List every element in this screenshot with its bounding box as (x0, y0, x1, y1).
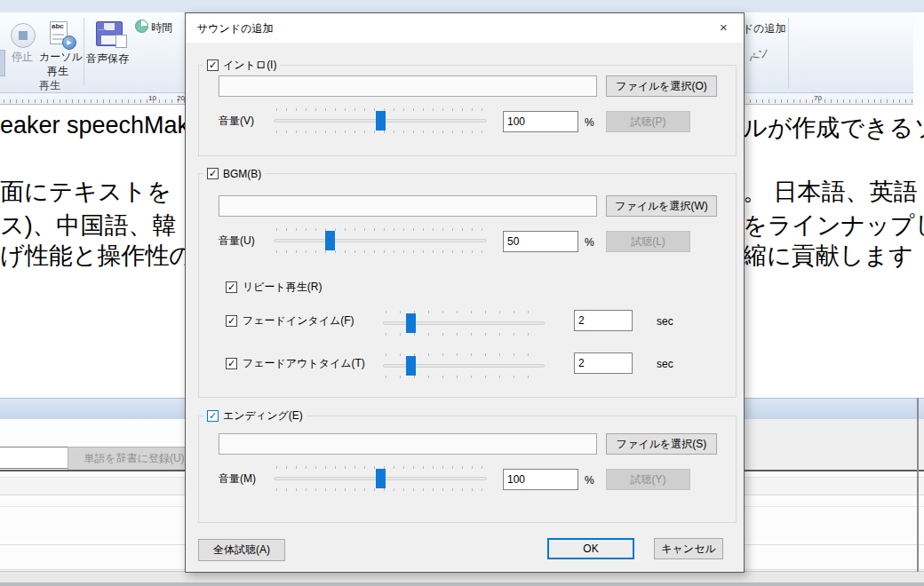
doc-text: 縮に貢献します (743, 240, 913, 272)
stop-button[interactable]: 停止 (12, 50, 33, 65)
repeat-label: リピート再生(R) (243, 280, 323, 295)
check-icon: ✓ (227, 282, 235, 292)
ending-volume-slider[interactable] (274, 463, 487, 494)
doc-text: 。 日本語、英語 (743, 176, 918, 208)
fade-in-label: フェードインタイム(F) (243, 313, 354, 329)
time-button[interactable]: 時間 (151, 20, 172, 36)
cursor-play-icon: abc ▶ (50, 21, 76, 50)
slider-thumb[interactable] (406, 356, 416, 376)
ribbon-separator (84, 18, 84, 85)
bgm-volume-input[interactable] (503, 231, 578, 252)
intro-checkbox[interactable]: ✓ (207, 59, 219, 71)
check-icon: ✓ (209, 411, 217, 421)
ok-button[interactable]: OK (547, 538, 634, 559)
intro-volume-slider[interactable] (274, 106, 487, 136)
ending-preview-button: 試聴(Y) (606, 469, 690, 490)
window-right-margin (913, 12, 924, 105)
intro-preview-button: 試聴(P) (606, 111, 690, 132)
ending-select-file-button[interactable]: ファイルを選択(S) (606, 433, 717, 455)
bgm-select-file-button[interactable]: ファイルを選択(W) (606, 195, 717, 217)
ending-volume-input[interactable] (503, 469, 578, 490)
window-bottom-edge (0, 582, 924, 586)
pen-label-fragment: ペン (745, 44, 772, 67)
ending-percent-label: % (585, 474, 594, 487)
ending-label: エンディング(E) (223, 408, 303, 424)
clipped-ribbon-text: ドの追加 (743, 21, 786, 36)
doc-text: eaker speechMak (0, 112, 189, 139)
register-word-button[interactable]: 単語を辞書に登録(U) (68, 447, 201, 471)
ending-volume-label: 音量(M) (219, 471, 256, 487)
ruler-mark: 70 (814, 94, 822, 102)
save-audio-button[interactable]: 音声保存 (86, 51, 129, 67)
bgm-percent-label: % (585, 236, 594, 249)
fade-out-input[interactable] (574, 352, 633, 374)
bgm-checkbox[interactable]: ✓ (207, 168, 219, 179)
fade-out-label: フェードアウトタイム(T) (243, 356, 365, 371)
lower-panel-right (745, 419, 924, 470)
bgm-volume-label: 音量(U) (219, 234, 255, 249)
window-top-strip (0, 0, 924, 12)
intro-percent-label: % (585, 116, 594, 129)
fade-out-checkbox-row[interactable]: ✓ フェードアウトタイム(T) (226, 356, 365, 371)
ribbon-group-label: 再生 (39, 78, 60, 93)
save-audio-icon (96, 21, 123, 46)
check-icon: ✓ (227, 316, 235, 326)
slider-thumb[interactable] (325, 231, 335, 250)
dialog-titlebar[interactable]: サウンドの追加 × (186, 13, 744, 43)
close-icon[interactable]: × (704, 13, 744, 41)
bgm-label: BGM(B) (223, 168, 261, 180)
doc-text: げ性能と操作性の (0, 242, 194, 269)
dialog-title: サウンドの追加 (197, 21, 273, 36)
slider-thumb[interactable] (376, 111, 386, 131)
doc-text: をラインナップし (743, 210, 924, 242)
ending-file-input[interactable] (219, 433, 597, 455)
intro-select-file-button[interactable]: ファイルを選択(O) (606, 75, 717, 97)
preview-all-button[interactable]: 全体試聴(A) (198, 539, 285, 561)
fade-out-sec-label: sec (657, 358, 673, 370)
ribbon-separator (788, 18, 789, 89)
check-icon: ✓ (227, 359, 235, 368)
check-icon: ✓ (209, 60, 217, 70)
intro-volume-label: 音量(V) (219, 114, 254, 129)
intro-file-input[interactable] (219, 75, 597, 97)
clipped-ribbon-button (0, 50, 5, 76)
doc-text: 面にテキストを (0, 178, 171, 205)
fade-out-checkbox[interactable]: ✓ (226, 358, 237, 369)
bgm-volume-slider[interactable] (274, 226, 487, 256)
ending-checkbox[interactable]: ✓ (207, 410, 219, 422)
bgm-preview-button: 試聴(L) (606, 231, 690, 252)
slider-thumb[interactable] (376, 469, 386, 488)
doc-text: ルが作成できるソ (743, 112, 924, 144)
fade-out-slider[interactable] (383, 351, 545, 381)
doc-text: ス)、中国語、韓 (0, 212, 177, 239)
window-right-edge (917, 398, 919, 572)
cursor-play-button[interactable]: カーソル (39, 50, 83, 65)
app-window: 停止 abc ▶ カーソル 再生 音声保存 時間 再生 ドの追加 ペン 10 2… (0, 0, 924, 586)
slider-thumb[interactable] (406, 313, 416, 333)
fade-in-checkbox-row[interactable]: ✓ フェードインタイム(F) (226, 313, 354, 329)
stop-icon (11, 23, 36, 48)
bgm-file-input[interactable] (219, 195, 597, 217)
fade-in-input[interactable] (574, 310, 633, 331)
fade-in-sec-label: sec (657, 315, 673, 328)
cursor-play-button-line2[interactable]: 再生 (47, 64, 68, 79)
intro-volume-input[interactable] (503, 111, 578, 132)
check-icon: ✓ (209, 169, 217, 178)
ruler-mark: 10 (148, 94, 156, 102)
add-sound-dialog: サウンドの追加 × ✓ イントロ(I) ファイルを選択(O) 音量(V) % 試… (185, 12, 745, 573)
repeat-checkbox[interactable]: ✓ (226, 281, 237, 293)
cancel-button[interactable]: キャンセル (654, 538, 723, 559)
ruler-mark: 20 (177, 94, 185, 102)
repeat-checkbox-row[interactable]: ✓ リピート再生(R) (226, 280, 323, 295)
fade-in-slider[interactable] (383, 308, 545, 338)
play-icon: ▶ (62, 36, 76, 50)
intro-label: イントロ(I) (223, 58, 276, 73)
time-icon (135, 20, 148, 33)
fade-in-checkbox[interactable]: ✓ (226, 315, 237, 327)
